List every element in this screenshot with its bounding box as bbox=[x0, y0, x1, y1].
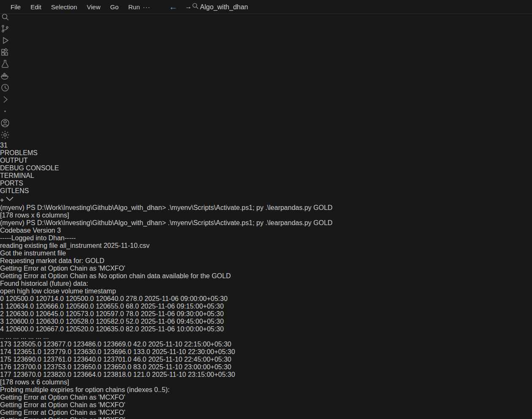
terminal-line: 1 120634.0 120666.0 120560.0 120655.0 68… bbox=[0, 303, 532, 310]
terminal-line: open high low close volume timestamp bbox=[0, 287, 532, 295]
extensions-icon[interactable] bbox=[0, 47, 532, 59]
scm-badge: 31 bbox=[0, 142, 532, 149]
terminal-line: Getting Error at Option Chain as 'MCXFO' bbox=[0, 401, 532, 409]
menu-selection[interactable]: Selection bbox=[50, 3, 78, 11]
terminal-line: 3 120600.0 120630.0 120528.0 120582.0 52… bbox=[0, 318, 532, 325]
terminal-line: Getting Error at Option Chain as No opti… bbox=[0, 272, 532, 280]
gitlens-icon[interactable] bbox=[0, 83, 532, 94]
tab-ports[interactable]: PORTS bbox=[0, 180, 532, 187]
run-debug-icon[interactable] bbox=[0, 35, 532, 47]
terminal-line: 176 123700.0 123753.0 123650.0 123650.0 … bbox=[0, 363, 532, 371]
terminal-line: 2 120630.0 120645.0 120573.0 120597.0 78… bbox=[0, 310, 532, 318]
terminal-line: Getting Error at Option Chain as 'MCXFO' bbox=[0, 416, 532, 419]
terminal-line: 173 123505.0 123677.0 123486.0 123669.0 … bbox=[0, 341, 532, 348]
menu-edit[interactable]: Edit bbox=[29, 3, 43, 11]
terminal-line: Probing multiple expiries for option cha… bbox=[0, 386, 532, 394]
remote-icon[interactable] bbox=[0, 94, 532, 106]
account-icon[interactable] bbox=[0, 118, 532, 130]
menu-more-button[interactable]: ··· bbox=[141, 3, 152, 11]
search-icon bbox=[192, 3, 200, 11]
terminal-line: 4 120600.0 120667.0 120520.0 120635.0 82… bbox=[0, 325, 532, 333]
terminal-line: (myenv) PS D:\Work\Investing\Github\Algo… bbox=[0, 219, 532, 227]
menu-go[interactable]: Go bbox=[109, 3, 120, 11]
terminal-line: (myenv) PS D:\Work\Investing\Github\Algo… bbox=[0, 204, 532, 212]
new-terminal-button[interactable]: + bbox=[0, 196, 4, 204]
terminal-line: reading existing file all_instrument 202… bbox=[0, 242, 532, 250]
terminal-line: -----Logged into Dhan----- bbox=[0, 234, 532, 242]
terminal-line: 174 123651.0 123779.0 123630.0 123696.0 … bbox=[0, 348, 532, 356]
nav-back-icon[interactable]: ← bbox=[169, 2, 178, 12]
terminal-line: [178 rows x 6 columns] bbox=[0, 379, 532, 386]
panel-tab-bar: PROBLEMSOUTPUTDEBUG CONSOLETERMINALPORTS… bbox=[0, 149, 532, 195]
more-dot-icon[interactable] bbox=[0, 106, 532, 118]
tab-gitlens[interactable]: GITLENS bbox=[0, 187, 532, 195]
search-value: Algo_with_dhan bbox=[200, 3, 248, 11]
activity-bar: 31 bbox=[0, 0, 532, 149]
title-bar: FileEditSelectionViewGoRun ··· ← → Algo_… bbox=[0, 0, 532, 14]
terminal-line: .. ... ... ... ... ... ... bbox=[0, 333, 532, 341]
tab-problems[interactable]: PROBLEMS bbox=[0, 149, 532, 157]
tab-output[interactable]: OUTPUT bbox=[0, 157, 532, 164]
terminal-dropdown-chevron-icon[interactable] bbox=[6, 196, 14, 204]
terminal-line: Getting Error at Option Chain as 'MCXFO' bbox=[0, 265, 532, 272]
terminal-line: [178 rows x 6 columns] bbox=[0, 212, 532, 219]
tab-debug-console[interactable]: DEBUG CONSOLE bbox=[0, 164, 532, 172]
menu-view[interactable]: View bbox=[86, 3, 102, 11]
terminal-line: Requesting market data for: GOLD bbox=[0, 257, 532, 265]
terminal-panel[interactable]: (myenv) PS D:\Work\Investing\Github\Algo… bbox=[0, 204, 532, 419]
tab-terminal[interactable]: TERMINAL bbox=[0, 172, 532, 180]
terminal-line: 175 123690.0 123761.0 123640.0 123701.0 … bbox=[0, 356, 532, 363]
menu-file[interactable]: File bbox=[9, 3, 22, 11]
terminal-line: Getting Error at Option Chain as 'MCXFO' bbox=[0, 394, 532, 401]
vscode-window: FileEditSelectionViewGoRun ··· ← → Algo_… bbox=[0, 0, 532, 419]
terminal-line: Codebase Version 3 bbox=[0, 227, 532, 234]
terminal-line: Getting Error at Option Chain as 'MCXFO' bbox=[0, 409, 532, 416]
terminal-line: 0 120500.0 120714.0 120500.0 120640.0 27… bbox=[0, 295, 532, 303]
terminal-line: Found historical (future) data: bbox=[0, 280, 532, 287]
docker-icon[interactable] bbox=[0, 71, 532, 83]
nav-forward-icon[interactable]: → bbox=[185, 3, 192, 11]
source-control-icon[interactable] bbox=[0, 24, 532, 35]
terminal-line: 177 123670.0 123820.0 123664.0 123818.0 … bbox=[0, 371, 532, 379]
terminal-line: Got the instrument file bbox=[0, 250, 532, 257]
terminal-output: (myenv) PS D:\Work\Investing\Github\Algo… bbox=[0, 204, 532, 419]
menu-bar-items: FileEditSelectionViewGoRun bbox=[0, 3, 141, 11]
testing-icon[interactable] bbox=[0, 59, 532, 71]
menu-run[interactable]: Run bbox=[127, 3, 141, 11]
command-center-search[interactable]: Algo_with_dhan bbox=[192, 3, 248, 11]
settings-icon[interactable] bbox=[0, 130, 532, 142]
